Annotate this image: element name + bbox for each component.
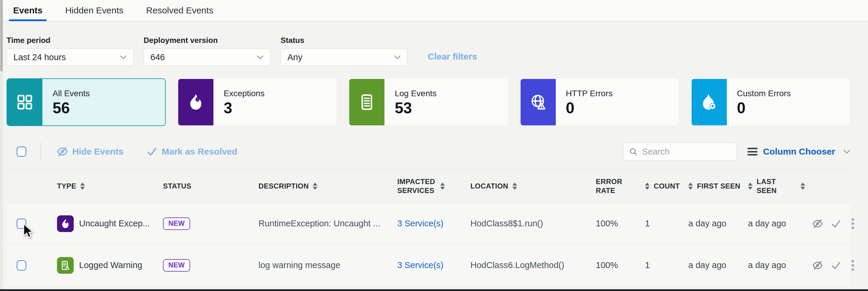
tab-hidden-events[interactable]: Hidden Events [65,0,123,21]
toolbar-divider [40,142,41,161]
card-log-events[interactable]: Log Events 53 [349,78,508,126]
first-seen-value: a day ago [681,260,741,270]
hide-event-icon[interactable] [812,218,823,229]
row-menu-icon[interactable] [849,259,856,272]
time-period-filter: Time period Last 24 hours [6,36,133,66]
time-period-label: Time period [6,36,133,45]
sort-icon[interactable] [801,183,805,190]
event-location: HodClass8$1.run() [463,219,589,228]
column-header-error-rate[interactable]: ERROR RATE [589,177,638,195]
time-period-select[interactable]: Last 24 hours [6,48,133,66]
flame-icon [57,215,74,232]
chevron-down-icon [120,56,127,59]
card-count: 56 [53,100,90,116]
hide-events-label: Hide Events [72,147,124,157]
mark-as-resolved-button[interactable]: Mark as Resolved [146,146,237,157]
globe-warning-icon [529,93,548,111]
scrollbar-thumb[interactable] [0,0,3,71]
sort-icon[interactable] [513,183,517,190]
card-all-events[interactable]: All Events 56 [6,78,166,126]
tab-events[interactable]: Events [13,0,42,21]
mark-as-resolved-label: Mark as Resolved [162,147,237,157]
card-title: HTTP Errors [566,89,613,98]
table-row[interactable]: Uncaught Excep... NEW RuntimeException: … [6,203,850,245]
card-http-errors[interactable]: HTTP Errors 0 [520,78,679,126]
table-header-row: TYPE STATUS DESCRIPTION IMPACTED SERVICE… [6,170,850,203]
column-header-type[interactable]: TYPE [50,182,156,191]
event-description: log warning message [251,260,390,270]
card-title: Log Events [395,89,436,98]
card-title: All Events [53,89,90,98]
filter-bar: Time period Last 24 hours Deployment ver… [6,36,850,66]
card-count: 53 [395,100,436,116]
deployment-version-label: Deployment version [144,36,271,45]
status-select[interactable]: Any [281,48,407,66]
flame-icon [187,93,205,111]
chevron-down-icon [394,56,401,59]
count-value: 1 [638,219,681,228]
card-count: 3 [223,100,265,116]
search-box [623,143,737,160]
events-dashboard: Events Hidden Events Resolved Events Tim… [0,0,868,291]
summary-cards: All Events 56 Exceptions 3 Log Events [6,78,850,126]
status-value: Any [287,52,302,62]
last-seen-value: a day ago [741,260,805,270]
column-header-description[interactable]: DESCRIPTION [251,182,390,191]
sort-icon[interactable] [748,183,752,190]
hide-event-icon[interactable] [812,260,823,271]
search-input[interactable] [642,147,731,157]
deployment-version-select[interactable]: 646 [144,48,271,66]
table-toolbar: Hide Events Mark as Resolved Column Choo… [6,143,850,160]
chevron-down-icon [843,150,850,154]
sort-icon[interactable] [313,183,317,190]
bottom-edge-bar [0,289,868,291]
sort-icon[interactable] [440,183,445,190]
last-seen-value: a day ago [741,219,805,228]
resolve-event-icon[interactable] [831,260,841,271]
event-description: RuntimeException: Uncaught ... [251,219,390,228]
column-chooser-label: Column Chooser [763,147,835,157]
impacted-services-link[interactable]: 3 Service(s) [397,219,443,228]
column-header-first-seen[interactable]: FIRST SEEN [681,182,741,191]
card-title: Custom Errors [737,89,791,98]
card-exceptions[interactable]: Exceptions 3 [178,78,337,126]
column-header-impacted-services[interactable]: IMPACTED SERVICES [390,177,463,195]
mouse-cursor [22,223,34,239]
resolve-event-icon[interactable] [831,218,841,229]
flame-gear-icon [700,93,718,111]
row-menu-icon[interactable] [849,217,856,230]
select-all-checkbox[interactable] [17,147,26,157]
column-header-last-seen[interactable]: LAST SEEN [741,177,805,195]
page-scrollbar[interactable] [0,0,3,291]
card-title: Exceptions [223,89,265,98]
clear-filters-button[interactable]: Clear filters [428,51,477,62]
table-row[interactable]: Logged Warning NEW log warning message 3… [6,245,850,286]
error-rate-value: 100% [589,219,638,228]
impacted-services-link[interactable]: 3 Service(s) [397,260,443,270]
status-filter: Status Any [281,36,407,66]
event-type-label: Logged Warning [79,260,143,270]
sort-icon[interactable] [645,183,650,190]
card-custom-errors[interactable]: Custom Errors 0 [691,78,850,126]
sort-icon[interactable] [688,183,693,190]
deployment-version-filter: Deployment version 646 [144,36,271,66]
log-document-icon [358,93,376,111]
sort-icon[interactable] [80,183,85,190]
count-value: 1 [638,260,681,270]
column-header-location[interactable]: LOCATION [463,182,589,191]
column-chooser-button[interactable]: Column Chooser [747,147,850,157]
first-seen-value: a day ago [681,219,741,228]
card-count: 0 [566,100,613,116]
tab-resolved-events[interactable]: Resolved Events [146,0,213,21]
row-checkbox[interactable] [17,260,26,270]
time-period-value: Last 24 hours [13,52,66,62]
column-header-status[interactable]: STATUS [156,182,251,191]
column-header-count[interactable]: COUNT [638,182,681,191]
event-type-label: Uncaught Excep... [79,219,150,228]
status-label: Status [281,36,407,45]
hide-events-button[interactable]: Hide Events [57,146,124,157]
error-rate-value: 100% [589,260,638,270]
check-icon [146,146,158,157]
search-icon [629,147,638,156]
deployment-version-value: 646 [150,52,165,62]
